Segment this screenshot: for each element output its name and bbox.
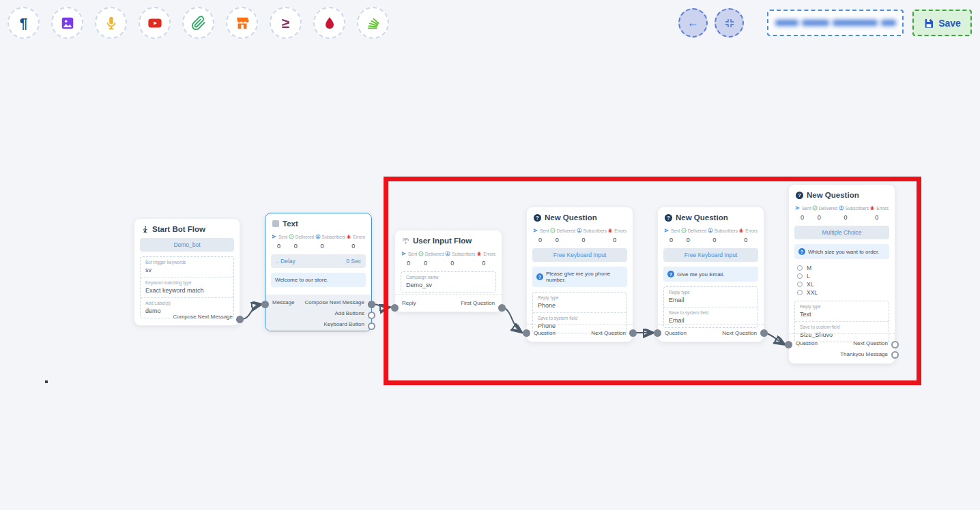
field-group[interactable]: Reply type Text <box>795 301 889 321</box>
port-out-add-buttons[interactable] <box>368 312 375 319</box>
question-bubble[interactable]: Which size you want to order. <box>794 244 889 259</box>
radio-icon[interactable] <box>797 290 803 295</box>
option-row[interactable]: XXL <box>797 288 889 296</box>
paperclip-icon <box>191 16 206 31</box>
port-in-message[interactable] <box>261 301 269 308</box>
option-row[interactable]: XL <box>797 280 889 288</box>
ecommerce-element-button[interactable] <box>226 7 258 39</box>
arrow-left-icon: ← <box>687 16 699 30</box>
subscribers-icon <box>445 251 450 256</box>
port-in-question[interactable] <box>654 329 661 337</box>
audio-element-button[interactable] <box>95 7 127 39</box>
stats-row: Sent0 Delivered0 Subscribers0 Errors0 <box>789 205 895 221</box>
flow-title-input[interactable] <box>767 10 904 36</box>
node-title: New Question <box>545 213 597 222</box>
port-in-question[interactable] <box>523 329 530 337</box>
delivered-count: 0 <box>687 237 706 243</box>
node-start-bot-flow[interactable]: Start Bot Flow Demo_bot Bot trigger keyw… <box>134 218 240 326</box>
node-text[interactable]: Text Sent0 Delivered0 Subscribers0 Error… <box>265 213 372 331</box>
subscribers-icon <box>839 205 844 211</box>
field-label: Add Label(s) <box>145 301 229 305</box>
question-bubble[interactable]: Please give me you phone number. <box>532 267 627 287</box>
field-label: Bot trigger keywords <box>145 260 229 265</box>
save-button[interactable]: Save <box>912 10 972 36</box>
port-out-next-question[interactable] <box>760 329 768 337</box>
sent-icon <box>533 228 538 233</box>
field-group[interactable]: Reply type Email <box>664 287 758 307</box>
field-value: Demo_sv <box>406 282 491 288</box>
image-element-button[interactable] <box>51 7 83 39</box>
sent-icon <box>664 228 669 233</box>
field-group[interactable]: Campaign name Demo_sv <box>401 272 495 292</box>
errors-icon <box>869 205 875 211</box>
stats-row: Sent0 Delivered0 Subscribers0 Errors0 <box>265 234 371 250</box>
node-title: Start Bot Flow <box>152 225 205 233</box>
delivered-count: 0 <box>424 260 444 267</box>
port-out-thankyou-message[interactable] <box>891 351 899 359</box>
errors-count: 0 <box>744 237 758 243</box>
node-new-question-size[interactable]: New Question Sent0 Delivered0 Subscriber… <box>788 184 895 364</box>
delivered-icon <box>812 205 818 211</box>
option-row[interactable]: L <box>797 272 889 280</box>
sent-count: 0 <box>801 214 811 221</box>
field-value: Phone <box>538 302 622 309</box>
port-out-next-question[interactable] <box>629 329 637 337</box>
bot-name-button[interactable]: Demo_bot <box>140 238 234 252</box>
condition-element-button[interactable]: ≥ <box>270 7 302 39</box>
node-title: New Question <box>676 213 728 222</box>
reply-type-button[interactable]: Free Keyboard Input <box>663 248 758 262</box>
message-text: Welcome to our store. <box>275 277 328 283</box>
field-group[interactable]: Bot trigger keywords sv <box>141 257 233 277</box>
question-bubble[interactable]: Give me you Email. <box>663 267 758 282</box>
port-in-question[interactable] <box>785 341 792 348</box>
sent-count: 0 <box>277 243 287 250</box>
sent-icon <box>401 251 407 256</box>
port-in-reply[interactable] <box>391 304 399 312</box>
stats-row: Sent0 Delivered0 Subscribers0 Errors0 <box>395 251 502 267</box>
message-bubble[interactable]: Welcome to our store. <box>271 273 366 287</box>
errors-count: 0 <box>482 260 495 267</box>
subscribers-icon <box>315 234 321 239</box>
port-out-compose-next-message[interactable] <box>368 301 375 308</box>
flow-canvas[interactable]: ¶ ≥ ← Save Start Bot <box>0 0 980 510</box>
sent-count: 0 <box>538 237 549 243</box>
node-new-question-email[interactable]: New Question Sent0 Delivered0 Subscriber… <box>657 207 764 342</box>
file-element-button[interactable] <box>182 7 214 39</box>
reply-type-button[interactable]: Multiple Choice <box>794 226 889 239</box>
port-out-keyboard-button[interactable] <box>368 322 375 330</box>
sequence-element-button[interactable] <box>357 7 389 39</box>
field-group[interactable]: Keyword matching type Exact keyword matc… <box>141 277 233 297</box>
text-element-button[interactable]: ¶ <box>8 7 40 39</box>
errors-icon <box>607 228 613 233</box>
node-new-question-phone[interactable]: New Question Sent0 Delivered0 Subscriber… <box>526 207 633 342</box>
fit-view-button[interactable] <box>715 8 744 38</box>
port-out-compose-next-message[interactable] <box>236 316 244 323</box>
radio-icon[interactable] <box>797 273 803 279</box>
option-row[interactable]: M <box>797 264 889 271</box>
node-footer: Compose Next Message <box>134 308 240 325</box>
delay-setting[interactable]: .. Delay 0 Sec <box>271 254 366 268</box>
port-label-thankyou-message: Thankyou Message <box>840 351 888 357</box>
port-out-next-question[interactable] <box>891 341 899 348</box>
reply-type-button[interactable]: Free Keyboard Input <box>532 248 627 262</box>
back-button[interactable]: ← <box>678 8 708 38</box>
field-group[interactable]: Reply type Phone <box>533 292 626 312</box>
node-user-input-flow[interactable]: User Input Flow Sent0 Delivered0 Subscri… <box>394 230 502 312</box>
radio-icon[interactable] <box>797 282 803 287</box>
port-label-first-question: First Question <box>461 300 495 306</box>
option-label: L <box>807 273 810 280</box>
port-out-first-question[interactable] <box>498 304 506 312</box>
greater-equal-icon: ≥ <box>282 16 290 30</box>
compress-icon <box>724 18 735 29</box>
delivered-count: 0 <box>818 214 837 221</box>
pilcrow-icon: ¶ <box>20 16 28 30</box>
stray-dot <box>45 380 48 383</box>
errors-icon <box>476 251 482 256</box>
radio-icon[interactable] <box>797 265 803 271</box>
drip-element-button[interactable] <box>313 7 345 39</box>
video-element-button[interactable] <box>139 7 171 39</box>
port-label-next-question: Next Question <box>722 330 757 336</box>
question-text: Please give me you phone number. <box>546 271 623 283</box>
node-header: User Input Flow <box>395 230 502 245</box>
node-footer: Question Next Question Thankyou Message <box>789 333 895 363</box>
